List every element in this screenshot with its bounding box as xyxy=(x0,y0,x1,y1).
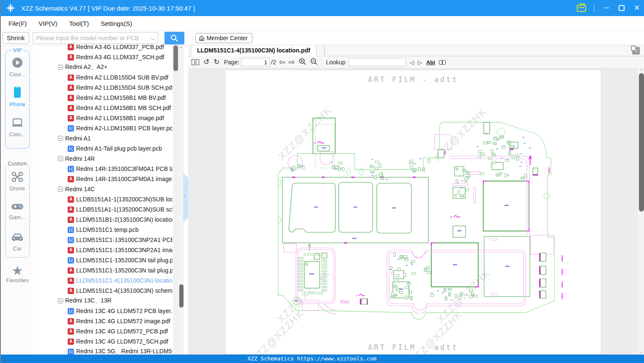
zoom-out-icon[interactable] xyxy=(310,58,318,67)
highlight-all-icon[interactable] xyxy=(439,60,446,65)
play-circle-icon xyxy=(11,57,23,70)
panel-scrollbar-thumb[interactable] xyxy=(179,284,184,308)
tree-file-row[interactable]: LLDM5151C1-4(135100C3N) schematic.pdf xyxy=(33,286,173,296)
tree-file-row[interactable]: LLDM5151C1-4(135100C3N) location.pdf xyxy=(33,275,173,286)
tree-item-label: Redmi 13C、13R xyxy=(65,297,112,305)
pdf-file-icon xyxy=(68,74,74,81)
sidebar-item-course[interactable]: Cour... xyxy=(5,57,29,77)
chevron-down-icon[interactable] xyxy=(150,36,154,40)
tree-file-row[interactable]: Redmi 13C 4G LLDM572 PCB layer.pcb xyxy=(33,306,173,316)
tree-group-row[interactable]: Redmi A1 xyxy=(33,133,173,143)
sidebar-item-favorites[interactable]: ★ Favorites xyxy=(2,264,33,283)
collapse-icon[interactable] xyxy=(58,65,63,70)
sidebar-item-car[interactable]: Car xyxy=(5,232,29,252)
sidebar-item-label: Drone xyxy=(5,185,29,192)
next-page-icon[interactable]: ⇨ xyxy=(288,58,295,66)
close-document-icon[interactable]: ✕ xyxy=(632,47,640,55)
menu-vip[interactable]: VIP(V) xyxy=(33,16,63,31)
tree-group-row[interactable]: Redmi 14R xyxy=(33,154,173,164)
rotate-right-icon[interactable]: ↻ xyxy=(214,58,219,66)
tree-file-row[interactable]: Redmi 13C 4G LLDM572_PCB.pdf xyxy=(33,326,173,336)
menu-tool[interactable]: Tool(T) xyxy=(63,16,95,31)
tree-file-row[interactable]: LLDB5151A1-1(135200C3N)SUB location.pdf xyxy=(33,194,173,204)
tree-file-row[interactable]: Redmi A3 4G LLDM337_PCB.pdf xyxy=(33,42,173,52)
sidebar-item-label: Car xyxy=(5,245,29,252)
pcb-file-icon xyxy=(68,146,74,152)
scroll-down-icon[interactable]: ⌄ xyxy=(640,350,643,354)
home-icon xyxy=(199,35,205,41)
member-center-button[interactable]: Member Center xyxy=(195,33,252,43)
document-tab[interactable]: LLDM5151C1-4(135100C3N) location.pdf xyxy=(191,45,317,56)
tree-item-label: LLDB5151A1-1(135200C3N)SUB sch.pdf xyxy=(76,206,173,213)
tree-file-row[interactable]: LLDB5151A1-1(135200C3N)SUB sch.pdf xyxy=(33,204,173,214)
sidebar-item-label: Com... xyxy=(5,131,29,138)
tree-file-row[interactable]: Redmi A2 LLDM158B1 image.pdf xyxy=(33,113,173,123)
lookup-input[interactable] xyxy=(348,58,406,66)
menu-settings[interactable]: Settings(S) xyxy=(95,16,138,31)
tree-group-row[interactable]: Redmi 14C xyxy=(33,184,173,194)
pdf-file-icon xyxy=(68,206,74,213)
pdf-file-icon xyxy=(68,288,74,294)
close-button[interactable]: ✕ xyxy=(632,0,641,16)
window-title: XZZ Schematics V4.77 [ VIP Due date: 202… xyxy=(21,5,195,12)
pdf-file-icon xyxy=(68,105,74,111)
tree-group-row[interactable]: Redmi 13C、13R xyxy=(33,296,173,306)
tree-file-row[interactable]: LLDM5151C1-135200C3N tail plug.pdf xyxy=(33,265,173,275)
tree-file-row[interactable]: Redmi A1-Tail plug pcb layer.pcb xyxy=(33,143,173,154)
pdf-file-icon xyxy=(68,44,74,50)
pdf-scrollbar[interactable]: ⌃ ⌄ xyxy=(638,69,644,355)
collapse-icon[interactable] xyxy=(58,156,63,161)
tree-file-row[interactable]: Redmi A2 LLDM158B1 MB SCH.pdf xyxy=(33,103,173,113)
menu-file[interactable]: File(F) xyxy=(2,16,33,31)
tree-file-row[interactable]: Redmi A2 LLDB155D4 SUB BV.pdf xyxy=(33,72,173,82)
previous-page-icon[interactable]: ⇦ xyxy=(279,58,285,66)
collapse-icon[interactable] xyxy=(58,298,63,303)
collapse-icon[interactable] xyxy=(58,136,63,141)
sidebar-item-label: Favorites xyxy=(2,277,33,283)
tree-file-row[interactable]: LLDM5151C1-135200C3N tail plug.pcb xyxy=(33,255,173,265)
tree-file-row[interactable]: LLDM5151C1-135100C3NP2A1 image.pdf xyxy=(33,245,173,255)
two-page-view-icon[interactable] xyxy=(192,59,199,65)
scroll-up-icon[interactable]: ⌃ xyxy=(640,69,643,73)
search-icon xyxy=(170,34,178,42)
tree-file-row[interactable]: Redmi A2-LLDM158B1 PCB layer.pcb xyxy=(33,123,173,133)
tree-file-row[interactable]: LLDM5151C1 temp.pcb xyxy=(33,225,173,235)
page-number-input[interactable] xyxy=(241,58,270,66)
tree-item-label: Redmi A3 4G LLDM337_PCB.pdf xyxy=(76,44,164,50)
tree-file-row[interactable]: LLDM5151C1-135100C3NP2A1 PCB layer.pcb xyxy=(33,235,173,245)
pdf-scrollbar-thumb[interactable] xyxy=(639,73,644,212)
sidebar-item-drone[interactable]: Drone xyxy=(5,171,29,192)
sidebar-item-computer[interactable]: Com... xyxy=(5,118,29,138)
tree-file-row[interactable]: Redmi 13C 4G LLDM572 image.pdf xyxy=(33,316,173,326)
rotate-left-icon[interactable]: ↺ xyxy=(203,58,209,66)
pdf-viewer[interactable]: ART FILM - adtt ART FILM - adtt XZZ@XZZH… xyxy=(188,69,638,355)
minimize-button[interactable]: ─ xyxy=(602,0,611,16)
tree-file-row[interactable]: Redmi A2 LLDM158B1 MB BV.pdf xyxy=(33,93,173,103)
find-next-icon[interactable]: ▷ xyxy=(418,59,422,66)
search-input[interactable] xyxy=(36,35,146,41)
tree-item-label: Redmi 13C 4G LLDM572_PCB.pdf xyxy=(76,328,168,335)
tree-file-row[interactable]: LLDM5151B1-2(135100C3N) location.pdf xyxy=(33,214,173,225)
tree-scrollbar-thumb[interactable] xyxy=(173,45,178,71)
tree-item-label: Redmi 14R-135100C3FM0A1 image.pdf xyxy=(76,176,173,182)
tree-group-row[interactable]: Redmi A2、A2+ xyxy=(33,62,173,72)
car-icon xyxy=(11,232,24,245)
license-briefcase-icon[interactable] xyxy=(577,5,586,12)
maximize-button[interactable] xyxy=(619,5,625,11)
whole-word-icon[interactable]: Abi xyxy=(426,59,435,66)
sidebar-item-phone[interactable]: Phone xyxy=(5,86,29,107)
zoom-in-icon[interactable] xyxy=(299,58,306,67)
tree-file-row[interactable]: Redmi 13C 4G LLDM572_SCH.pdf xyxy=(33,336,173,346)
menu-bar: File(F) VIP(V) Tool(T) Settings(S) xyxy=(2,16,644,31)
tree-file-row[interactable]: Redmi A2 LLDB155D4 SUB SCH.pdf xyxy=(33,82,173,93)
pdf-file-icon xyxy=(68,247,74,253)
tree-file-row[interactable]: Redmi 14R-135100C3FM0A1 image.pdf xyxy=(33,174,173,184)
find-previous-icon[interactable]: ◁ xyxy=(410,59,414,66)
sidebar-item-game[interactable]: Gam... xyxy=(5,202,29,220)
tree-file-row[interactable]: Redmi A3 4G LLDM337_SCH.pdf xyxy=(33,52,173,62)
tree-scrollbar[interactable] xyxy=(173,45,178,355)
tree-file-row[interactable]: Redmi 14R-135100C3FM0A1 PCB layer.pcb xyxy=(33,164,173,174)
shrink-button[interactable]: Shrink xyxy=(3,32,29,44)
collapse-icon[interactable] xyxy=(58,187,63,192)
scroll-up-icon[interactable]: ⌃ xyxy=(179,46,183,51)
